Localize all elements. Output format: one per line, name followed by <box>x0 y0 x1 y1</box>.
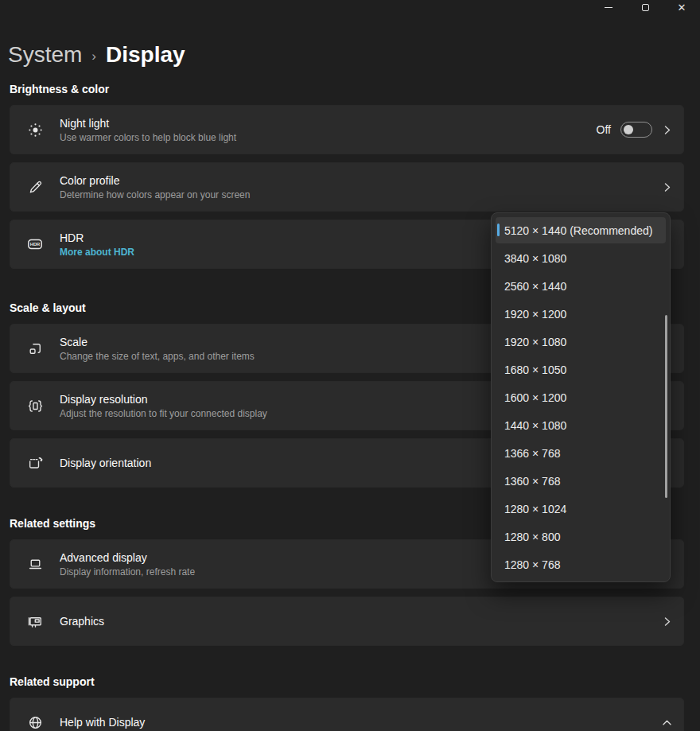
resolution-option-label: 1360 × 768 <box>504 475 560 488</box>
section-title: Brightness & color <box>10 82 684 96</box>
breadcrumb-separator-icon: › <box>91 49 96 64</box>
resolution-option-label: 1600 × 1200 <box>504 391 566 404</box>
breadcrumb-system[interactable]: System <box>8 42 82 68</box>
row-title: Help with Display <box>60 715 662 729</box>
resolution-option-label: 1680 × 1050 <box>504 364 566 376</box>
maximize-button[interactable] <box>627 0 663 14</box>
color-profile-row[interactable]: Color profile Determine how colors appea… <box>10 162 684 212</box>
section-title: Related support <box>10 675 684 689</box>
resolution-option-label: 1280 × 768 <box>504 558 560 571</box>
help-with-display-row[interactable]: Help with Display <box>10 698 684 731</box>
resolution-option-label: 2560 × 1440 <box>504 280 566 293</box>
toggle-knob <box>624 125 633 134</box>
resolution-option[interactable]: 1920 × 1200 <box>496 301 666 327</box>
resolution-option[interactable]: 1280 × 800 <box>496 523 666 550</box>
resolution-option[interactable]: 1920 × 1080 <box>496 329 666 355</box>
resolution-option[interactable]: 1440 × 1080 <box>496 412 666 438</box>
resolution-option[interactable]: 1360 × 768 <box>496 468 666 494</box>
row-title: Color profile <box>60 173 662 188</box>
maximize-icon <box>642 4 649 11</box>
section-related-support: Related support Help with Display <box>10 654 684 731</box>
chevron-right-icon <box>662 125 672 135</box>
toggle-state-label: Off <box>597 123 611 136</box>
resolution-option[interactable]: 1280 × 1024 <box>496 496 666 522</box>
close-button[interactable]: ✕ <box>663 0 700 14</box>
resolution-option-label: 3840 × 1080 <box>504 252 566 265</box>
graphics-icon <box>10 613 60 630</box>
resolution-option-label: 1440 × 1080 <box>504 419 566 432</box>
row-title: Night light <box>60 116 597 130</box>
resolution-option[interactable]: 3840 × 1080 <box>496 245 666 271</box>
chevron-right-icon <box>662 616 672 627</box>
window-controls: ✕ <box>590 0 700 14</box>
resolution-option-selected[interactable]: 5120 × 1440 (Recommended) <box>496 217 666 243</box>
minimize-icon <box>605 7 612 8</box>
chevron-right-icon <box>662 182 672 192</box>
resolution-option-label: 1920 × 1080 <box>504 336 566 348</box>
advanced-display-icon <box>10 556 60 573</box>
night-light-icon <box>10 122 60 138</box>
night-light-toggle[interactable] <box>620 122 652 138</box>
svg-text:HDR: HDR <box>30 242 41 247</box>
night-light-row[interactable]: Night light Use warmer colors to help bl… <box>10 105 684 154</box>
resolution-option-label: 1366 × 768 <box>504 447 560 460</box>
resolution-option-label: 1280 × 800 <box>504 531 560 543</box>
resolution-option[interactable]: 2560 × 1440 <box>496 273 666 299</box>
resolution-option[interactable]: 1680 × 1050 <box>496 356 666 383</box>
scale-icon <box>10 340 60 357</box>
selected-indicator <box>497 224 500 236</box>
resolution-option[interactable]: 1366 × 768 <box>496 440 666 466</box>
display-resolution-icon <box>10 398 60 414</box>
resolution-option-label: 1280 × 1024 <box>504 503 566 515</box>
row-subtitle: Use warmer colors to help block blue lig… <box>60 132 597 144</box>
row-subtitle: Determine how colors appear on your scre… <box>60 189 662 201</box>
chevron-up-icon <box>662 717 672 728</box>
resolution-dropdown: 5120 × 1440 (Recommended) 3840 × 1080 25… <box>491 212 671 582</box>
breadcrumb: System › Display <box>8 40 684 70</box>
hdr-icon: HDR <box>10 235 60 253</box>
resolution-option-label: 5120 × 1440 (Recommended) <box>504 224 652 237</box>
resolution-option-label: 1920 × 1200 <box>504 308 566 321</box>
color-profile-icon <box>10 179 60 196</box>
close-icon: ✕ <box>678 2 686 13</box>
resolution-option[interactable]: 1280 × 768 <box>496 551 666 577</box>
globe-help-icon <box>10 714 60 731</box>
row-title: Graphics <box>60 614 662 628</box>
minimize-button[interactable] <box>590 0 627 14</box>
graphics-row[interactable]: Graphics <box>10 597 684 646</box>
display-orientation-icon <box>10 455 60 472</box>
page-title: Display <box>106 42 185 68</box>
resolution-option[interactable]: 1600 × 1200 <box>496 384 666 410</box>
dropdown-scrollbar[interactable] <box>665 315 667 498</box>
